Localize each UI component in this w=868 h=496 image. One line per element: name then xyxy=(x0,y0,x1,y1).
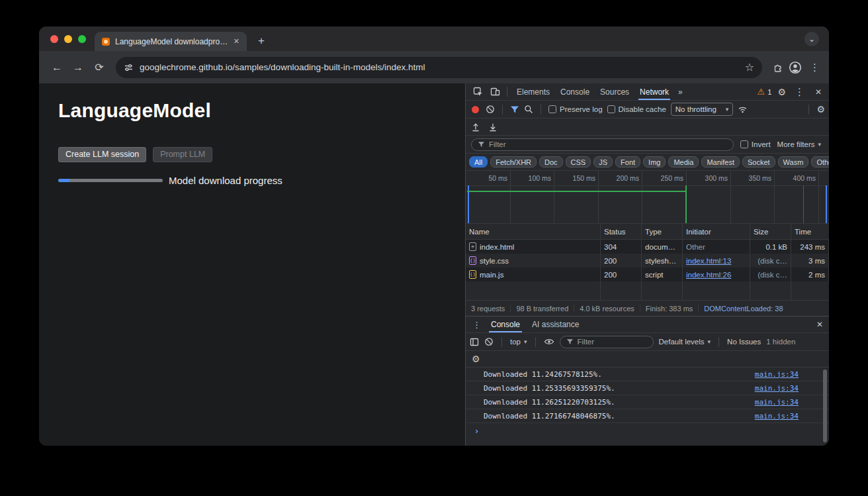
cell-status[interactable]: 200 xyxy=(601,254,642,268)
minimize-window-button[interactable] xyxy=(64,35,72,43)
filter-chip[interactable]: JS xyxy=(593,156,613,168)
inspect-element-icon[interactable] xyxy=(470,85,486,99)
issues-status[interactable]: No Issues xyxy=(727,338,761,346)
close-window-button[interactable] xyxy=(50,35,58,43)
network-filter-input[interactable] xyxy=(489,140,727,148)
devtools-tab[interactable]: Network xyxy=(634,83,674,100)
browser-menu-icon[interactable]: ⋮ xyxy=(807,62,822,74)
devtools-tab[interactable]: Sources xyxy=(595,83,634,100)
cell-size[interactable]: (disk c… xyxy=(750,268,791,281)
import-har-icon[interactable] xyxy=(471,122,480,132)
console-settings-icon[interactable]: ⚙ xyxy=(472,354,480,364)
cell-type[interactable]: stylesh… xyxy=(642,254,683,268)
more-filters-dropdown[interactable]: More filters ▾ xyxy=(777,140,824,148)
cell-name[interactable]: main.js xyxy=(466,268,601,281)
drawer-tab[interactable]: Console xyxy=(485,317,526,332)
cell-name[interactable]: style.css xyxy=(466,254,601,268)
cell-time[interactable]: 243 ms xyxy=(791,240,829,254)
new-tab-button[interactable]: + xyxy=(255,34,268,48)
reload-button[interactable]: ⟳ xyxy=(89,58,109,77)
cell-initiator[interactable]: Other xyxy=(683,240,750,254)
filter-chip[interactable]: Img xyxy=(643,156,666,168)
extensions-icon[interactable] xyxy=(773,62,783,73)
cell-name[interactable]: index.html xyxy=(466,240,601,254)
tab-search-chevron-icon[interactable]: ⌄ xyxy=(804,32,819,46)
url-text[interactable]: googlechrome.github.io/samples/downloadi… xyxy=(140,62,738,72)
disable-cache-checkbox[interactable]: Disable cache xyxy=(607,105,666,113)
cell-time[interactable]: 3 ms xyxy=(791,254,829,268)
preserve-log-checkbox[interactable]: Preserve log xyxy=(548,105,603,113)
cell-time[interactable]: 2 ms xyxy=(791,268,829,281)
log-levels-dropdown[interactable]: Default levels ▾ xyxy=(659,338,711,346)
table-column-header[interactable]: Initiator xyxy=(683,224,750,239)
filter-chip[interactable]: Doc xyxy=(539,156,563,168)
cell-status[interactable]: 304 xyxy=(601,240,642,254)
filter-chip[interactable]: Fetch/XHR xyxy=(490,156,537,168)
devtools-close-icon[interactable]: ✕ xyxy=(813,87,824,97)
console-scrollbar-thumb[interactable] xyxy=(823,370,827,442)
cell-type[interactable]: script xyxy=(642,268,683,281)
more-panels-icon[interactable]: » xyxy=(675,87,685,97)
console-filter-input[interactable] xyxy=(578,338,647,346)
console-source-link[interactable]: main.js:34 xyxy=(755,398,799,407)
device-toolbar-icon[interactable] xyxy=(487,85,503,99)
table-column-header[interactable]: Name xyxy=(466,224,601,239)
clear-network-log-icon[interactable] xyxy=(486,105,495,114)
profile-avatar-icon[interactable] xyxy=(789,61,802,74)
network-settings-icon[interactable]: ⚙ xyxy=(816,105,825,114)
invert-filter-checkbox[interactable]: Invert xyxy=(740,140,771,148)
filter-chip[interactable]: CSS xyxy=(566,156,591,168)
devtools-tab[interactable]: Console xyxy=(555,83,595,100)
search-icon[interactable] xyxy=(524,105,533,114)
throttling-dropdown[interactable]: No throttling ▾ xyxy=(671,103,734,116)
console-source-link[interactable]: main.js:34 xyxy=(755,370,799,379)
site-settings-icon[interactable] xyxy=(124,63,133,72)
live-expression-eye-icon[interactable] xyxy=(544,338,554,346)
create-llm-session-button[interactable]: Create LLM session xyxy=(58,147,146,162)
tab-close-icon[interactable]: ✕ xyxy=(232,36,241,46)
filter-chip[interactable]: Media xyxy=(668,156,699,168)
filter-chip[interactable]: Socket xyxy=(742,156,775,168)
filter-funnel-icon[interactable] xyxy=(510,105,519,114)
export-har-icon[interactable] xyxy=(488,122,498,132)
filter-chip[interactable]: Manifest xyxy=(701,156,740,168)
cell-size[interactable]: 0.1 kB xyxy=(750,240,791,254)
cell-initiator[interactable]: index.html:13 xyxy=(683,254,750,268)
devtools-menu-icon[interactable]: ⋮ xyxy=(792,86,807,98)
prompt-llm-button[interactable]: Prompt LLM xyxy=(153,147,212,162)
browser-tab[interactable]: LanguageModel downloadpro… ✕ xyxy=(95,32,247,51)
cell-status[interactable]: 200 xyxy=(601,268,642,281)
console-prompt[interactable]: › xyxy=(466,423,829,446)
table-column-header[interactable]: Status xyxy=(601,224,642,239)
devtools-settings-icon[interactable]: ⚙ xyxy=(777,87,786,97)
network-overview-timeline[interactable]: 50 ms100 ms150 ms200 ms250 ms300 ms350 m… xyxy=(466,171,829,224)
console-source-link[interactable]: main.js:34 xyxy=(755,412,799,421)
maximize-window-button[interactable] xyxy=(78,35,86,43)
table-column-header[interactable]: Size xyxy=(750,224,791,239)
table-column-header[interactable]: Type xyxy=(642,224,683,239)
issues-warning-badge[interactable]: ⚠ 1 xyxy=(758,87,772,96)
cell-type[interactable]: docum… xyxy=(642,240,683,254)
console-context-dropdown[interactable]: top ▾ xyxy=(510,338,527,346)
record-network-log-button[interactable] xyxy=(472,106,479,113)
filter-chip[interactable]: Wasm xyxy=(778,156,809,168)
console-sidebar-icon[interactable] xyxy=(470,338,479,346)
network-conditions-icon[interactable] xyxy=(738,105,748,114)
bookmark-star-icon[interactable]: ☆ xyxy=(745,62,754,73)
devtools-tab[interactable]: Elements xyxy=(511,83,555,100)
clear-console-icon[interactable] xyxy=(484,337,494,346)
drawer-menu-icon[interactable]: ⋮ xyxy=(470,320,484,330)
filter-chip[interactable]: Other xyxy=(811,156,829,168)
console-source-link[interactable]: main.js:34 xyxy=(755,384,799,393)
filter-chip[interactable]: All xyxy=(469,156,488,168)
filter-chip[interactable]: Font xyxy=(615,156,640,168)
cell-size[interactable]: (disk c… xyxy=(750,254,791,268)
drawer-tab[interactable]: AI assistance xyxy=(526,317,585,332)
address-bar[interactable]: googlechrome.github.io/samples/downloadi… xyxy=(116,57,762,78)
table-column-header[interactable]: Time xyxy=(791,224,829,239)
back-button[interactable]: ← xyxy=(47,58,67,77)
devtools-tabbar: Elements Console Sources Network » ⚠ 1 ⚙ xyxy=(466,83,829,101)
forward-button[interactable]: → xyxy=(68,58,88,77)
drawer-close-icon[interactable]: ✕ xyxy=(814,320,825,329)
cell-initiator[interactable]: index.html:26 xyxy=(683,268,750,281)
